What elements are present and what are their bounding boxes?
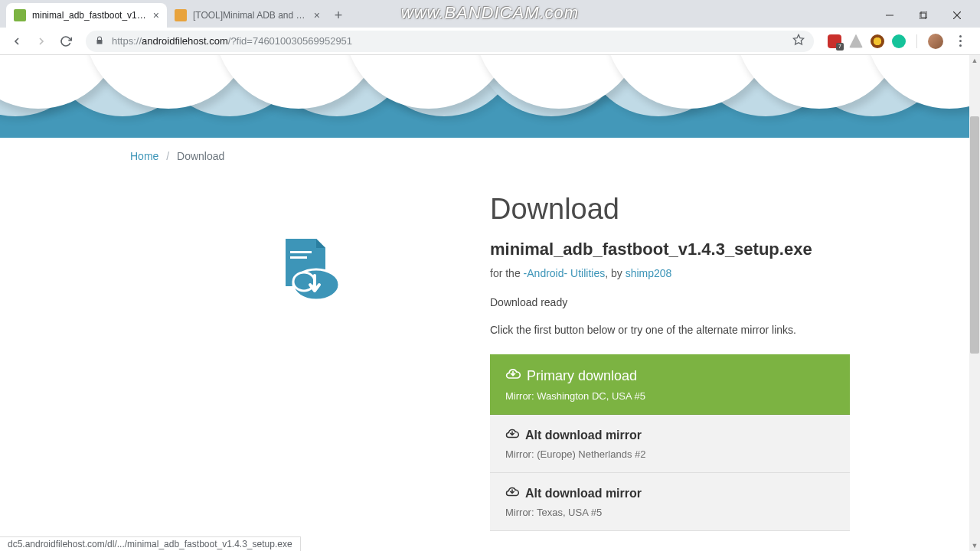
address-bar[interactable]: https://androidfilehost.com/?fid=7460100…	[86, 31, 814, 52]
alt-mirror-label: Mirror: Texas, USA #5	[505, 507, 835, 518]
close-tab-icon[interactable]: ×	[314, 9, 320, 21]
download-status: Download ready	[490, 296, 850, 308]
primary-download-button[interactable]: Primary download Mirror: Washington DC, …	[490, 354, 850, 415]
breadcrumb: Home / Download	[130, 150, 850, 162]
favicon-icon	[175, 9, 187, 21]
alt-download-label: Alt download mirror	[525, 487, 642, 500]
profile-avatar[interactable]	[928, 34, 943, 49]
tab-strip: minimal_adb_fastboot_v1.4.3_se × [TOOL]M…	[0, 0, 980, 28]
cloud-download-icon	[505, 367, 521, 386]
content-container: Home / Download	[107, 138, 873, 551]
browser-chrome: minimal_adb_fastboot_v1.4.3_se × [TOOL]M…	[0, 0, 980, 55]
svg-marker-5	[793, 34, 803, 44]
grammarly-extension-icon[interactable]	[892, 34, 906, 48]
tab-title: [TOOL]Minimal ADB and Fastboo	[193, 10, 309, 21]
close-tab-icon[interactable]: ×	[153, 9, 159, 21]
separator	[916, 34, 917, 48]
scroll-down-icon[interactable]: ▼	[971, 542, 978, 549]
byline: for the -Android- Utilities, by shimp208	[490, 267, 850, 279]
byline-prefix: for the	[490, 267, 524, 279]
extension-icon[interactable]	[849, 34, 863, 48]
cloud-download-icon	[505, 427, 519, 444]
browser-toolbar: https://androidfilehost.com/?fid=7460100…	[0, 28, 980, 55]
download-details: Download minimal_adb_fastboot_v1.4.3_set…	[490, 193, 850, 531]
hero-banner	[0, 55, 980, 138]
primary-download-label: Primary download	[527, 368, 637, 384]
breadcrumb-home-link[interactable]: Home	[130, 150, 158, 162]
alt-download-button[interactable]: Alt download mirror Mirror: Texas, USA #…	[490, 473, 850, 531]
alt-mirror-label: Mirror: (Europe) Netherlands #2	[505, 448, 835, 460]
url-host: androidfilehost.com	[142, 35, 228, 47]
window-controls	[873, 4, 974, 27]
favicon-icon	[14, 9, 26, 21]
svg-rect-7	[290, 256, 307, 259]
back-button[interactable]	[6, 31, 28, 52]
tab-title: minimal_adb_fastboot_v1.4.3_se	[32, 10, 149, 21]
author-link[interactable]: shimp208	[626, 267, 672, 279]
svg-rect-6	[290, 251, 312, 253]
cloud-download-icon	[505, 485, 519, 502]
url-scheme: https://	[112, 35, 142, 47]
browser-tab-active[interactable]: minimal_adb_fastboot_v1.4.3_se ×	[6, 3, 167, 28]
alt-download-label: Alt download mirror	[525, 429, 642, 442]
download-graphic	[130, 193, 490, 531]
page-viewport: Home / Download	[0, 55, 980, 551]
forward-button[interactable]	[31, 31, 52, 52]
lock-icon	[95, 36, 106, 47]
url-path: /?fid=746010030569952951	[228, 35, 352, 47]
byline-by: , by	[605, 267, 625, 279]
minimize-button[interactable]	[873, 4, 906, 27]
breadcrumb-separator: /	[166, 150, 169, 162]
alt-download-button[interactable]: Alt download mirror Mirror: (Europe) Net…	[490, 415, 850, 473]
page-title: Download	[490, 193, 850, 226]
chrome-menu-button[interactable]	[951, 35, 969, 47]
file-cloud-download-icon	[272, 231, 348, 308]
maximize-button[interactable]	[906, 4, 940, 27]
new-tab-button[interactable]: +	[328, 5, 349, 26]
link-status-bar: dc5.androidfilehost.com/dl/.../minimal_a…	[0, 536, 301, 551]
scrollbar-track[interactable]: ▲ ▼	[969, 55, 980, 551]
close-window-button[interactable]	[940, 4, 974, 27]
breadcrumb-current: Download	[177, 150, 224, 162]
extensions: 7	[823, 34, 974, 49]
scroll-up-icon[interactable]: ▲	[971, 57, 978, 64]
adblock-extension-icon[interactable]: 7	[828, 34, 841, 48]
category-link[interactable]: -Android- Utilities	[524, 267, 606, 279]
svg-rect-2	[921, 11, 927, 18]
scrollbar-thumb[interactable]	[970, 116, 979, 354]
filename: minimal_adb_fastboot_v1.4.3_setup.exe	[490, 240, 850, 259]
reload-button[interactable]	[55, 31, 77, 52]
svg-rect-1	[920, 13, 926, 19]
bookmark-star-icon[interactable]	[792, 34, 805, 48]
extension-icon[interactable]	[871, 34, 884, 48]
browser-tab[interactable]: [TOOL]Minimal ADB and Fastboo ×	[167, 3, 328, 28]
instructions-text: Click the first button below or try one …	[490, 322, 796, 337]
primary-mirror-label: Mirror: Washington DC, USA #5	[505, 390, 835, 402]
